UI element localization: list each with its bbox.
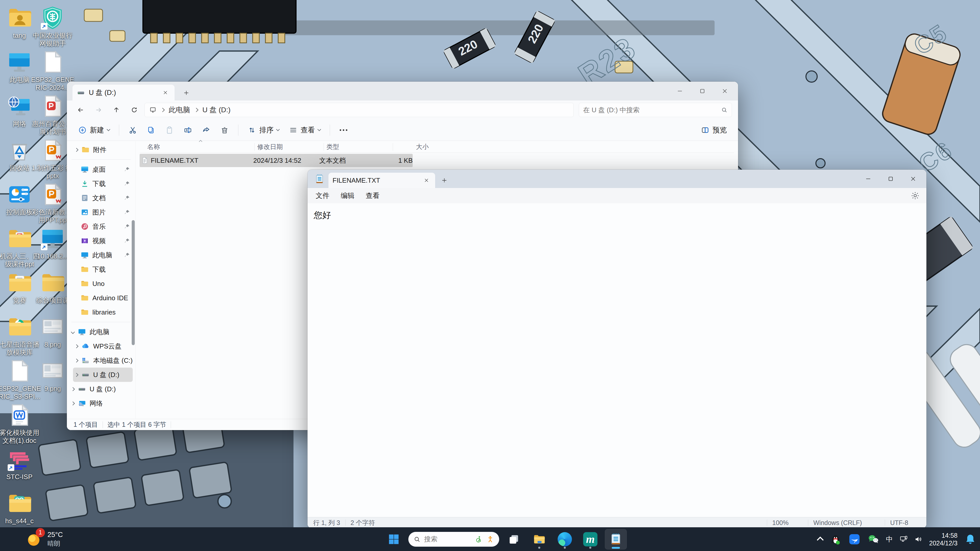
volume-icon[interactable] [915, 535, 923, 543]
clock[interactable]: 14:58 2024/12/3 [929, 532, 958, 547]
breadcrumb[interactable]: 此电脑 U 盘 (D:) [145, 103, 574, 117]
sidebar-item-videos[interactable]: 视频 [79, 233, 133, 248]
minimize-button[interactable] [857, 170, 880, 188]
notification-bell-icon[interactable] [964, 533, 975, 545]
sidebar-item-this-pc-pinned[interactable]: 此电脑 [79, 248, 133, 262]
taskbar-notepad-active[interactable] [605, 529, 627, 549]
new-tab-button[interactable] [439, 175, 449, 186]
column-name[interactable]: 名称 [140, 143, 252, 151]
taskbar-search-input[interactable] [424, 535, 472, 543]
rename-button[interactable] [180, 122, 196, 138]
share-button[interactable] [198, 122, 215, 138]
column-date[interactable]: 修改日期 [257, 143, 321, 151]
maximize-button[interactable] [880, 170, 902, 188]
sidebar-item-libraries[interactable]: libraries [79, 305, 133, 319]
notepad-icon [609, 532, 623, 546]
explorer-titlebar[interactable]: U 盘 (D:) [67, 82, 738, 100]
breadcrumb-current[interactable]: U 盘 (D:) [202, 105, 231, 115]
back-button[interactable] [73, 103, 88, 117]
sidebar-item-documents[interactable]: 文档 [79, 191, 133, 205]
maximize-button[interactable] [691, 82, 714, 100]
new-tab-button[interactable] [181, 88, 191, 98]
desktop-icon-stc-isp[interactable]: STC-ISP [0, 447, 42, 481]
explorer-tab[interactable]: U 盘 (D:) [73, 85, 175, 100]
sidebar-item-music[interactable]: 音乐 [79, 219, 133, 233]
delete-button[interactable] [216, 122, 233, 138]
encoding[interactable]: UTF-8 [890, 519, 921, 527]
sidebar-item-attachments[interactable]: 附件 [73, 143, 133, 157]
refresh-button[interactable] [127, 103, 142, 117]
paste-button[interactable] [161, 122, 178, 138]
folder-icon [81, 265, 89, 273]
edge-icon [558, 532, 572, 546]
sidebar-item-local-disk-c[interactable]: 本地磁盘 (C:) [73, 353, 133, 368]
notepad-text-area[interactable]: 您好 [307, 203, 926, 517]
file-row-selected[interactable]: FILENAME.TXT 2024/12/3 14:52 文本文档 1 KB [140, 154, 413, 167]
cut-button[interactable] [124, 122, 141, 138]
qq-icon[interactable] [829, 533, 842, 545]
new-button[interactable]: 新建 [74, 122, 114, 138]
taskbar-teal-m-app[interactable]: m [579, 529, 601, 549]
sort-button[interactable]: 排序 [243, 122, 283, 138]
ime-indicator[interactable]: 中 [886, 535, 893, 544]
sidebar-item-desktop[interactable]: 桌面 [79, 162, 133, 176]
chevron-down-icon [71, 330, 75, 334]
copy-button[interactable] [143, 122, 159, 138]
trash-icon [220, 126, 229, 135]
menu-edit[interactable]: 编辑 [336, 189, 359, 202]
sidebar-item-downloads-folder[interactable]: 下载 [79, 262, 133, 276]
forward-button[interactable] [91, 103, 106, 117]
sidebar-item-downloads-pinned[interactable]: 下载 [79, 176, 133, 191]
sidebar-item-usb-d-selected[interactable]: U 盘 (D:) [73, 368, 133, 382]
tab-close-icon[interactable] [422, 176, 431, 185]
weather-widget[interactable]: 1 25°C 晴朗 [24, 530, 63, 548]
column-type[interactable]: 类型 [326, 143, 390, 151]
taskbar-edge[interactable] [554, 529, 576, 549]
close-button[interactable] [902, 170, 924, 188]
notepad-titlebar[interactable]: FILENAME.TXT [307, 170, 926, 188]
sidebar-item-uno[interactable]: Uno [79, 276, 133, 291]
network-tray-icon[interactable] [900, 535, 908, 543]
sidebar-item-pictures[interactable]: 图片 [79, 205, 133, 219]
sidebar-scrollbar[interactable] [132, 220, 135, 345]
taskbar-file-explorer[interactable] [528, 529, 550, 549]
desktop-icon-abc-bank-helper[interactable]: 中国农业银行网银助手 [30, 6, 75, 48]
tab-close-icon[interactable] [161, 88, 170, 97]
desktop-icon-atomizer-doc[interactable]: 雾化模块使用文档(1).doc [0, 403, 42, 445]
download-icon [81, 179, 89, 188]
explorer-search-input[interactable] [583, 106, 721, 114]
column-size[interactable]: 大小 [396, 143, 429, 151]
explorer-search[interactable] [579, 103, 732, 117]
sidebar-item-network[interactable]: 网络 [69, 396, 133, 410]
tray-chevron-up-icon[interactable] [814, 533, 823, 545]
task-view-button[interactable] [503, 529, 525, 549]
explorer-sidebar: 附件 桌面 下载 文档 图片 [67, 141, 135, 419]
taskbar-search[interactable] [408, 532, 499, 547]
breadcrumb-this-pc[interactable]: 此电脑 [169, 105, 190, 115]
dingtalk-icon[interactable] [848, 533, 861, 545]
shortcut-arrow-icon [8, 464, 14, 471]
wechat-icon[interactable] [867, 533, 880, 545]
sort-arrows-icon [248, 126, 256, 135]
notepad-tab-title: FILENAME.TXT [332, 176, 418, 184]
sidebar-item-this-pc[interactable]: 此电脑 [69, 325, 133, 339]
sidebar-item-usb-d[interactable]: U 盘 (D:) [69, 382, 133, 396]
sidebar-item-wps-cloud[interactable]: WPS云盘 [73, 339, 133, 353]
notepad-tab[interactable]: FILENAME.TXT [328, 173, 435, 188]
zoom-level[interactable]: 100% [772, 519, 803, 527]
settings-gear-icon[interactable] [911, 191, 920, 200]
weather-condition: 晴朗 [48, 539, 63, 548]
menu-file[interactable]: 文件 [311, 189, 334, 202]
clipboard-icon [165, 126, 174, 135]
sidebar-item-arduino-ide[interactable]: Arduino IDE [79, 291, 133, 305]
up-button[interactable] [109, 103, 124, 117]
desktop-icon-hs-s44-folder[interactable]: hs_s44_c [0, 491, 42, 525]
running-indicator [538, 547, 540, 549]
more-options-button[interactable] [335, 129, 352, 131]
start-button[interactable] [383, 529, 405, 549]
close-button[interactable] [714, 82, 736, 100]
minimize-button[interactable] [669, 82, 691, 100]
menu-view[interactable]: 查看 [361, 189, 384, 202]
preview-button[interactable]: 预览 [697, 122, 731, 138]
view-button[interactable]: 查看 [285, 122, 325, 138]
